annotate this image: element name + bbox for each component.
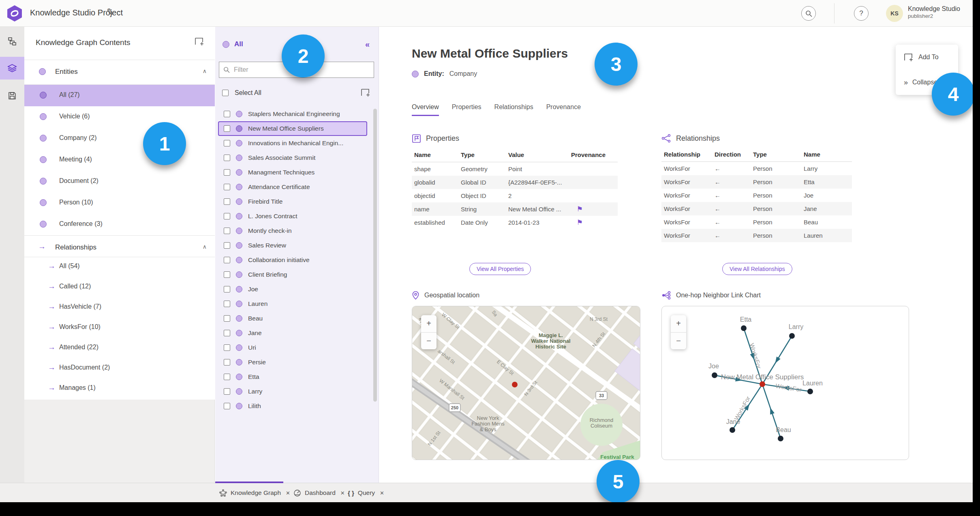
table-row[interactable]: globalidGlobal ID{A228944F-0EF5-... — [412, 176, 618, 189]
rail-schema-button[interactable] — [0, 30, 24, 53]
account-info[interactable]: Knowledge Studio publisher2 — [908, 5, 960, 20]
zoom-in-button[interactable]: + — [421, 315, 437, 333]
list-item[interactable]: Montly check-in — [218, 224, 367, 238]
item-checkbox[interactable] — [224, 403, 230, 409]
relationship-type-item[interactable]: →All (54) — [24, 257, 215, 277]
table-row[interactable]: establishedDate Only2014-01-23⚑ — [412, 216, 618, 229]
link-chart[interactable]: WorksForWorksForWorksForNew Metal Office… — [662, 306, 909, 460]
item-checkbox[interactable] — [224, 213, 230, 219]
item-checkbox[interactable] — [224, 344, 230, 351]
list-item[interactable]: Staplers Mechanical Engineering — [218, 107, 367, 121]
add-to-new-window-icon[interactable] — [195, 37, 203, 45]
list-item[interactable]: Innovations in Mechanical Engin... — [218, 136, 367, 150]
link-chart-node[interactable] — [789, 333, 795, 339]
zoom-out-button[interactable]: − — [421, 333, 437, 350]
tab-dashboard[interactable]: Dashboard ✕ — [293, 483, 345, 503]
table-row[interactable]: WorksFor←PersonLauren — [661, 229, 852, 242]
table-row[interactable]: objectidObject ID2 — [412, 189, 618, 202]
link-chart-node[interactable] — [778, 436, 783, 441]
item-checkbox[interactable] — [224, 242, 230, 249]
entity-type-item[interactable]: Company (2) — [24, 128, 215, 149]
list-item[interactable]: Sales Associate Summit — [218, 150, 367, 165]
link-chart-node[interactable] — [807, 389, 813, 394]
item-checkbox[interactable] — [224, 184, 230, 190]
list-item[interactable]: Client Briefing — [218, 267, 367, 282]
add-to-new-window-icon[interactable] — [361, 88, 370, 97]
relationship-type-item[interactable]: →HasDocument (2) — [24, 359, 215, 379]
list-item[interactable]: Lauren — [218, 297, 367, 311]
table-row[interactable]: WorksFor←PersonEtta — [661, 175, 852, 189]
item-checkbox[interactable] — [224, 374, 230, 380]
entity-name-link[interactable]: Etta — [801, 175, 852, 189]
entity-name-link[interactable]: Beau — [801, 215, 852, 229]
item-checkbox[interactable] — [224, 155, 230, 161]
item-checkbox[interactable] — [224, 301, 230, 307]
item-checkbox[interactable] — [224, 359, 230, 366]
relationship-link[interactable]: WorksFor — [661, 229, 712, 242]
list-item[interactable]: Jane — [218, 326, 367, 340]
view-all-relationships-button[interactable]: View All Relationships — [722, 263, 792, 275]
rail-save-button[interactable] — [0, 84, 24, 107]
relationship-link[interactable]: WorksFor — [661, 162, 712, 175]
item-checkbox[interactable] — [224, 257, 230, 263]
add-to-button[interactable]: Add To — [896, 50, 958, 64]
relationship-type-item[interactable]: →HasVehicle (7) — [24, 298, 215, 318]
list-item[interactable]: Beau — [218, 311, 367, 326]
table-row[interactable]: shapeGeometryPoint — [412, 162, 618, 176]
list-item[interactable]: New Metal Office Suppliers — [218, 121, 367, 136]
item-checkbox[interactable] — [224, 198, 230, 205]
detail-tab-provenance[interactable]: Provenance — [546, 103, 581, 116]
detail-tab-overview[interactable]: Overview — [412, 103, 439, 116]
relationship-type-item[interactable]: →Attended (22) — [24, 338, 215, 359]
list-item[interactable]: Attendance Certificate — [218, 180, 367, 194]
link-chart-node[interactable] — [741, 325, 747, 331]
item-checkbox[interactable] — [224, 286, 230, 292]
item-checkbox[interactable] — [224, 388, 230, 395]
avatar[interactable]: KS — [886, 5, 903, 22]
entity-type-item[interactable]: Vehicle (6) — [24, 106, 215, 128]
link-chart-node[interactable] — [730, 427, 735, 433]
entity-type-item[interactable]: All (27) — [24, 85, 215, 106]
list-item[interactable]: Larry — [218, 384, 367, 399]
entity-name-link[interactable]: Jane — [801, 202, 852, 215]
provenance-flag-icon[interactable]: ⚑ — [571, 219, 583, 226]
collapse-chevron-icon[interactable]: ∧ — [203, 68, 207, 74]
help-button[interactable]: ? — [854, 6, 869, 21]
list-item[interactable]: Managment Techniques — [218, 165, 367, 180]
rail-contents-button[interactable] — [0, 57, 24, 80]
entity-name-link[interactable]: Lauren — [801, 229, 852, 242]
list-item[interactable]: Etta — [218, 370, 367, 384]
relationship-type-item[interactable]: →WorksFor (10) — [24, 318, 215, 338]
table-row[interactable]: WorksFor←PersonJoe — [661, 189, 852, 202]
item-checkbox[interactable] — [224, 271, 230, 278]
select-all-checkbox[interactable] — [222, 90, 229, 96]
linkchart-panel[interactable]: WorksForWorksForWorksForNew Metal Office… — [661, 306, 909, 460]
entity-type-item[interactable]: Document (2) — [24, 171, 215, 192]
item-checkbox[interactable] — [224, 169, 230, 176]
list-item[interactable]: Uri — [218, 340, 367, 355]
entity-type-item[interactable]: Conference (3) — [24, 214, 215, 235]
close-tab-icon[interactable]: ✕ — [286, 490, 290, 496]
item-checkbox[interactable] — [224, 330, 230, 336]
detail-tab-relationships[interactable]: Relationships — [494, 103, 533, 116]
item-checkbox[interactable] — [224, 111, 230, 117]
list-item[interactable]: Sales Review — [218, 238, 367, 253]
map[interactable]: k RdW Clay StSaarshall StW Marshall StE … — [412, 306, 640, 460]
search-button[interactable] — [801, 6, 816, 21]
relationship-type-item[interactable]: →Manages (1) — [24, 379, 215, 399]
close-tab-icon[interactable]: ✕ — [340, 490, 345, 496]
relationship-link[interactable]: WorksFor — [661, 175, 712, 189]
relationships-section-header[interactable]: → Relationships ∧ — [24, 236, 215, 260]
item-checkbox[interactable] — [224, 140, 230, 146]
relationship-type-item[interactable]: →Called (12) — [24, 277, 215, 298]
table-row[interactable]: nameStringNew Metal Office ...⚑ — [412, 202, 618, 216]
view-all-properties-button[interactable]: View All Properties — [469, 263, 531, 275]
relationship-link[interactable]: WorksFor — [661, 189, 712, 202]
entity-type-item[interactable]: Person (10) — [24, 192, 215, 214]
select-all-row[interactable]: Select All — [222, 86, 372, 100]
entity-type-item[interactable]: Meeting (4) — [24, 149, 215, 171]
collapse-chevron-icon[interactable]: ∧ — [203, 243, 207, 250]
table-row[interactable]: WorksFor←PersonLarry — [661, 162, 852, 175]
item-checkbox[interactable] — [224, 315, 230, 322]
provenance-flag-icon[interactable]: ⚑ — [571, 205, 583, 213]
